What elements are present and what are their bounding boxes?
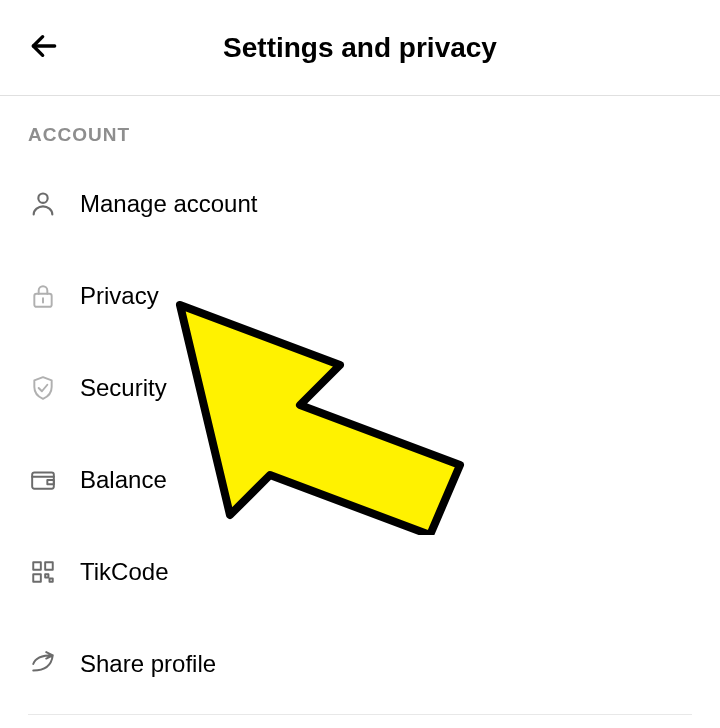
svg-rect-6 [47, 480, 54, 484]
menu-item-label: Privacy [80, 282, 159, 310]
menu-item-label: Manage account [80, 190, 257, 218]
menu-item-balance[interactable]: Balance [28, 434, 692, 526]
menu-item-label: Balance [80, 466, 167, 494]
svg-rect-10 [45, 574, 48, 577]
svg-rect-8 [45, 562, 53, 570]
qrcode-icon [28, 557, 58, 587]
svg-rect-11 [50, 579, 53, 582]
person-icon [28, 189, 58, 219]
menu-item-manage-account[interactable]: Manage account [28, 158, 692, 250]
menu-item-label: Share profile [80, 650, 216, 678]
wallet-icon [28, 465, 58, 495]
lock-icon [28, 281, 58, 311]
menu-item-label: Security [80, 374, 167, 402]
header: Settings and privacy [0, 0, 720, 96]
share-icon [28, 649, 58, 679]
back-button[interactable] [28, 30, 60, 66]
divider [28, 714, 692, 715]
svg-rect-9 [33, 574, 41, 582]
menu-item-security[interactable]: Security [28, 342, 692, 434]
section-header-account: ACCOUNT [0, 96, 720, 158]
shield-icon [28, 373, 58, 403]
menu-item-privacy[interactable]: Privacy [28, 250, 692, 342]
menu-list: Manage account Privacy Security [0, 158, 720, 710]
svg-point-1 [38, 194, 47, 203]
arrow-left-icon [28, 30, 60, 62]
menu-item-share-profile[interactable]: Share profile [28, 618, 692, 710]
svg-rect-7 [33, 562, 41, 570]
page-title: Settings and privacy [24, 32, 696, 64]
menu-item-tikcode[interactable]: TikCode [28, 526, 692, 618]
menu-item-label: TikCode [80, 558, 168, 586]
